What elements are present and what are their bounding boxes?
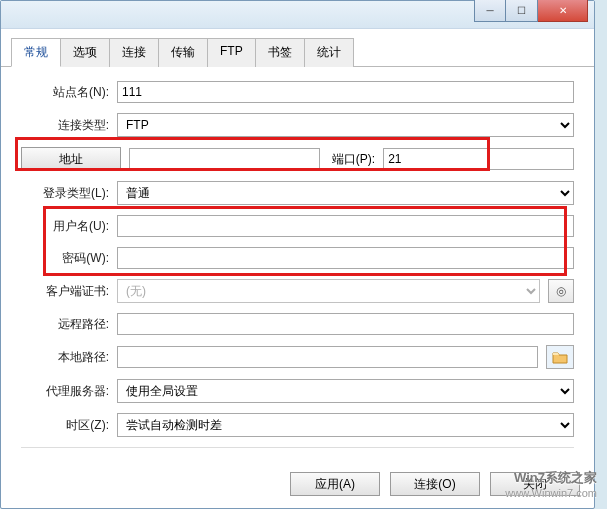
- maximize-icon: ☐: [517, 5, 526, 16]
- remote-path-label: 远程路径:: [21, 316, 109, 333]
- cert-browse-button[interactable]: ◎: [548, 279, 574, 303]
- title-bar[interactable]: ─ ☐ ✕: [1, 1, 594, 29]
- close-button[interactable]: 关闭: [490, 472, 580, 496]
- tab-connection[interactable]: 连接: [109, 38, 159, 67]
- maximize-button[interactable]: ☐: [506, 0, 538, 22]
- close-window-button[interactable]: ✕: [538, 0, 588, 22]
- tab-options[interactable]: 选项: [60, 38, 110, 67]
- local-path-browse-button[interactable]: [546, 345, 574, 369]
- local-path-input[interactable]: [117, 346, 538, 368]
- address-input[interactable]: [129, 148, 320, 170]
- site-name-input[interactable]: [117, 81, 574, 103]
- tab-transfer[interactable]: 传输: [158, 38, 208, 67]
- user-input[interactable]: [117, 215, 574, 237]
- close-icon: ✕: [559, 5, 567, 16]
- site-name-label: 站点名(N):: [21, 84, 109, 101]
- address-button[interactable]: 地址: [21, 147, 121, 171]
- port-label: 端口(P):: [332, 151, 375, 168]
- window-controls: ─ ☐ ✕: [474, 0, 588, 22]
- settings-dialog: ─ ☐ ✕ 常规 选项 连接 传输 FTP 书签 统计 站点名(N): 连接类型…: [0, 0, 595, 509]
- form-area: 站点名(N): 连接类型: FTP 地址 端口(P): 登录类型(L): 普通 …: [1, 67, 594, 468]
- timezone-label: 时区(Z):: [21, 417, 109, 434]
- conn-type-label: 连接类型:: [21, 117, 109, 134]
- tab-stats[interactable]: 统计: [304, 38, 354, 67]
- conn-type-select[interactable]: FTP: [117, 113, 574, 137]
- local-path-label: 本地路径:: [21, 349, 109, 366]
- separator: [21, 447, 574, 448]
- client-cert-select: (无): [117, 279, 540, 303]
- minimize-icon: ─: [486, 5, 493, 16]
- timezone-select[interactable]: 尝试自动检测时差: [117, 413, 574, 437]
- apply-button[interactable]: 应用(A): [290, 472, 380, 496]
- tab-bookmark[interactable]: 书签: [255, 38, 305, 67]
- login-type-select[interactable]: 普通: [117, 181, 574, 205]
- tab-bar: 常规 选项 连接 传输 FTP 书签 统计: [1, 29, 594, 67]
- search-icon: ◎: [556, 284, 566, 298]
- minimize-button[interactable]: ─: [474, 0, 506, 22]
- dialog-footer: 应用(A) 连接(O) 关闭: [290, 472, 580, 496]
- proxy-label: 代理服务器:: [21, 383, 109, 400]
- proxy-select[interactable]: 使用全局设置: [117, 379, 574, 403]
- remote-path-input[interactable]: [117, 313, 574, 335]
- password-label: 密码(W):: [21, 250, 109, 267]
- connect-button[interactable]: 连接(O): [390, 472, 480, 496]
- client-cert-label: 客户端证书:: [21, 283, 109, 300]
- password-input[interactable]: [117, 247, 574, 269]
- user-label: 用户名(U):: [21, 218, 109, 235]
- folder-icon: [552, 350, 568, 364]
- port-input[interactable]: [383, 148, 574, 170]
- login-type-label: 登录类型(L):: [21, 185, 109, 202]
- tab-ftp[interactable]: FTP: [207, 38, 256, 67]
- tab-general[interactable]: 常规: [11, 38, 61, 67]
